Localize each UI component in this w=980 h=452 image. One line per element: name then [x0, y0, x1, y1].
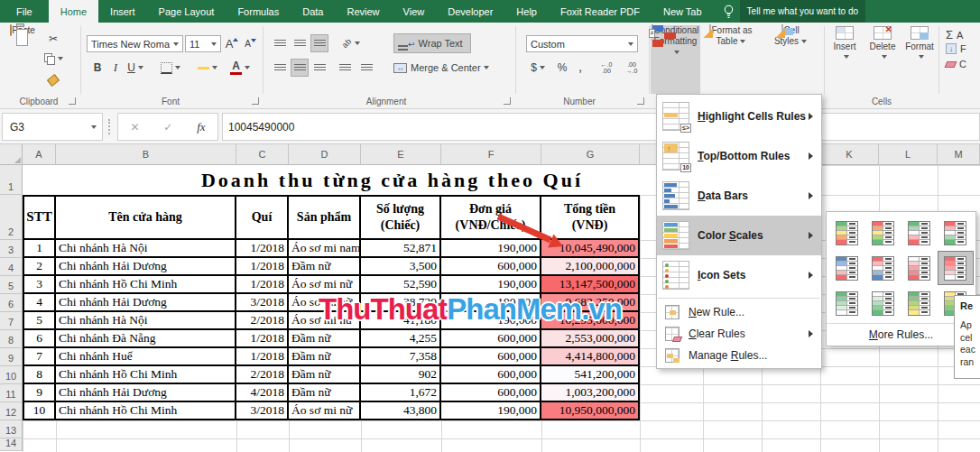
comma-style-button[interactable]: ,	[574, 57, 587, 75]
cell[interactable]: 3	[23, 276, 56, 294]
cell[interactable]: 600,000	[441, 330, 541, 348]
cell[interactable]: Áo sơ mi nam	[289, 240, 361, 258]
cell[interactable]: 2,100,000,000	[541, 258, 640, 276]
color-scale-option-red-white-blue[interactable]	[866, 252, 901, 284]
cut-button[interactable]: ✂	[43, 30, 63, 48]
cell[interactable]: 600,000	[441, 258, 541, 276]
color-scale-option-red-white[interactable]	[938, 252, 973, 284]
format-painter-button[interactable]	[43, 71, 63, 89]
cell[interactable]: 3,500	[361, 258, 441, 276]
center-button[interactable]	[291, 59, 309, 77]
decrease-font-size-button[interactable]: A	[243, 34, 258, 52]
merge-center-button[interactable]: ↔ Merge & Center	[393, 59, 509, 77]
cell[interactable]: 1,672	[361, 384, 441, 402]
cell[interactable]: 13,147,500,000	[541, 276, 640, 294]
cell[interactable]: 5	[23, 312, 56, 330]
row-header-1[interactable]: 1	[0, 165, 23, 195]
delete-cells-button[interactable]: ✕ Delete	[864, 26, 901, 89]
clipboard-dialog-launcher-icon[interactable]	[69, 97, 76, 105]
cell[interactable]: Chi nhánh Đà Nẵng	[56, 330, 236, 348]
menu-item-manage-rules[interactable]: Manage Rules...	[657, 345, 821, 366]
alignment-dialog-launcher-icon[interactable]	[504, 97, 511, 105]
increase-decimal-button[interactable]: ←.0.00	[596, 59, 617, 77]
ribbon-tab-formulas[interactable]: Formulas	[226, 0, 291, 23]
color-scale-option-green-white[interactable]	[830, 287, 864, 319]
row-header-3[interactable]: 3	[0, 240, 23, 258]
conditional-formatting-button[interactable]: ≠ Conditional Formatting	[651, 25, 700, 94]
cell[interactable]: 600,000	[441, 348, 541, 366]
menu-item-data-bars[interactable]: Data Bars	[657, 176, 821, 216]
cell[interactable]: Chi nhánh Hải Dương	[56, 258, 236, 276]
column-header-m[interactable]: M	[938, 144, 980, 165]
cell[interactable]: 1/2018	[236, 330, 289, 348]
ribbon-tab-insert[interactable]: Insert	[98, 0, 147, 23]
orientation-button[interactable]: ab	[337, 34, 365, 52]
color-scale-option-red-yellow-green[interactable]	[866, 217, 901, 249]
row-header-11[interactable]: 11	[0, 384, 23, 402]
insert-function-icon[interactable]: fx	[197, 120, 205, 134]
increase-indent-button[interactable]	[357, 59, 375, 77]
row-header-4[interactable]: 4	[0, 258, 23, 276]
font-color-button[interactable]: A	[227, 59, 253, 77]
row-header-8[interactable]: 8	[0, 330, 23, 348]
cell[interactable]: Đầm nữ	[289, 348, 361, 366]
column-header-l[interactable]: L	[879, 144, 938, 165]
cell[interactable]: 600,000	[441, 366, 541, 384]
ribbon-tab-view[interactable]: View	[392, 0, 437, 23]
row-header-6[interactable]: 6	[0, 294, 23, 312]
cell[interactable]: 10	[23, 402, 56, 420]
wrap-text-button[interactable]: ↩ Wrap Text	[393, 33, 471, 53]
row-header-12[interactable]: 12	[0, 402, 23, 420]
column-header-e[interactable]: E	[361, 144, 441, 165]
color-scale-option-red-white-green[interactable]	[938, 217, 973, 249]
cell[interactable]: 1/2018	[236, 258, 289, 276]
column-header-b[interactable]: B	[56, 144, 236, 165]
number-format-combo[interactable]: Custom	[526, 35, 638, 52]
header-cell-quarter[interactable]: Quí	[236, 195, 289, 240]
column-header-f[interactable]: F	[441, 144, 541, 165]
bottom-align-button[interactable]	[310, 34, 328, 52]
cell[interactable]: 7	[23, 348, 56, 366]
decrease-indent-button[interactable]	[336, 59, 354, 77]
cell[interactable]: 1/2018	[236, 348, 289, 366]
cell[interactable]: 1,003,200,000	[541, 384, 640, 402]
cell[interactable]: 4,414,800,000	[541, 348, 640, 366]
paste-button[interactable]: Paste	[4, 25, 42, 94]
column-header-a[interactable]: A	[23, 144, 56, 165]
cell-styles-button[interactable]: Cell Styles	[763, 25, 818, 94]
cell[interactable]: 6	[23, 330, 56, 348]
middle-align-button[interactable]	[291, 34, 309, 52]
cell[interactable]: Chi nhánh Hải Dương	[56, 384, 236, 402]
cell[interactable]: Đầm nữ	[289, 366, 361, 384]
format-cells-button[interactable]: Format	[901, 26, 938, 89]
cell[interactable]: Đầm nữ	[289, 384, 361, 402]
cell[interactable]: 2	[23, 258, 56, 276]
cell[interactable]: Chi nhánh Hồ Chi Minh	[56, 366, 236, 384]
cell[interactable]: Chi nhánh Hà Nội	[56, 240, 236, 258]
ribbon-tab-data[interactable]: Data	[291, 0, 335, 23]
cell[interactable]: 600,000	[441, 384, 541, 402]
font-name-combo[interactable]: Times New Roma	[87, 35, 183, 52]
column-header-k[interactable]: K	[820, 144, 879, 165]
menu-item-icon-sets[interactable]: Icon Sets	[657, 255, 821, 295]
row-header-7[interactable]: 7	[0, 312, 23, 330]
accounting-format-button[interactable]: $	[527, 59, 549, 77]
row-header-2[interactable]: 2	[0, 195, 23, 240]
ribbon-tab-foxit-reader-pdf[interactable]: Foxit Reader PDF	[549, 0, 652, 23]
color-scale-option-blue-white-red[interactable]	[830, 252, 864, 284]
bold-button[interactable]: B	[90, 59, 105, 77]
name-box[interactable]: G3	[2, 113, 103, 141]
color-scale-option-green-yellow[interactable]	[902, 287, 937, 319]
autosum-button[interactable]: Σ A	[946, 28, 963, 42]
cell[interactable]: 4/2018	[236, 384, 289, 402]
cell[interactable]: 190,000	[441, 402, 541, 420]
cell[interactable]: Áo sơ mi nữ	[289, 402, 361, 420]
color-scale-option-white-red[interactable]	[902, 252, 937, 284]
header-cell-product[interactable]: Sản phẩm	[289, 195, 361, 240]
cell[interactable]: Chi nhánh Hà Nội	[56, 312, 236, 330]
enter-formula-icon[interactable]: ✓	[163, 121, 172, 134]
cell[interactable]: 2,553,000,000	[541, 330, 640, 348]
italic-button[interactable]: I	[109, 59, 122, 77]
row-header-10[interactable]: 10	[0, 366, 23, 384]
increase-font-size-button[interactable]: A	[224, 34, 240, 52]
